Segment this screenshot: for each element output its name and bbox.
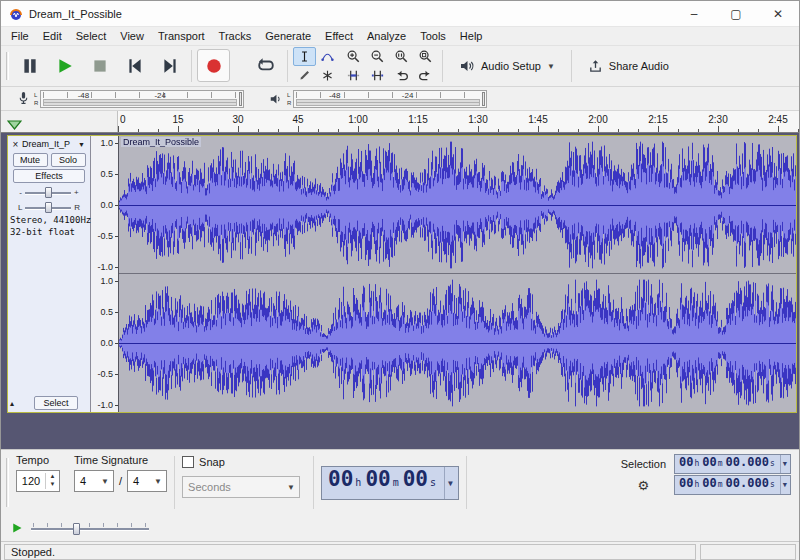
menu-tools[interactable]: Tools bbox=[413, 28, 453, 44]
timesig-lower-select[interactable]: 4 ▼ bbox=[127, 470, 167, 492]
timeline-ruler[interactable]: 01530451:001:151:301:452:002:152:302:45 bbox=[118, 111, 799, 132]
audio-setup-button[interactable]: Audio Setup ▼ bbox=[449, 50, 565, 82]
track-name[interactable]: Dream_It_P bbox=[22, 139, 78, 149]
stop-button[interactable] bbox=[83, 49, 116, 82]
solo-button[interactable]: Solo bbox=[51, 153, 86, 167]
timeline-tick bbox=[598, 126, 599, 132]
select-button[interactable]: Select bbox=[34, 396, 78, 410]
pan-slider[interactable] bbox=[25, 202, 71, 213]
redo-button[interactable] bbox=[413, 66, 437, 85]
share-audio-icon bbox=[588, 59, 603, 74]
audio-position-display[interactable]: 00h 00m 00s ▼ bbox=[321, 466, 459, 500]
minimize-button[interactable]: – bbox=[673, 1, 715, 26]
timeline-tick bbox=[698, 129, 699, 132]
pause-button[interactable] bbox=[13, 49, 46, 82]
timeline-tick bbox=[318, 129, 319, 132]
timeline-tick bbox=[778, 126, 779, 132]
speaker-icon[interactable] bbox=[265, 89, 287, 109]
gain-slider[interactable] bbox=[25, 187, 71, 198]
record-meter[interactable]: LR -48 -24 bbox=[34, 89, 252, 109]
multi-tool-button[interactable] bbox=[316, 66, 339, 85]
envelope-tool-button[interactable] bbox=[316, 47, 339, 66]
audio-track: × Dream_It_P ▼ Mute Solo Effects - + bbox=[7, 135, 797, 413]
timeline-tick bbox=[758, 129, 759, 132]
chevron-down-icon[interactable]: ▼ bbox=[444, 467, 456, 499]
chevron-down-icon[interactable]: ▼ bbox=[780, 455, 789, 473]
menu-generate[interactable]: Generate bbox=[258, 28, 318, 44]
effects-button[interactable]: Effects bbox=[13, 169, 85, 183]
menu-select[interactable]: Select bbox=[69, 28, 114, 44]
snap-checkbox[interactable] bbox=[182, 456, 194, 468]
zoom-toggle-button[interactable] bbox=[413, 47, 437, 66]
selection-settings-button[interactable]: ⚙ bbox=[621, 478, 666, 493]
zoom-selection-button[interactable] bbox=[389, 47, 413, 66]
timesig-upper-select[interactable]: 4 ▼ bbox=[74, 470, 114, 492]
zoom-out-button[interactable] bbox=[365, 47, 389, 66]
timeline-tick bbox=[158, 129, 159, 132]
window-title: Dream_It_Possible bbox=[29, 8, 122, 20]
trim-outside-selection-button[interactable] bbox=[341, 66, 365, 85]
draw-tool-button[interactable] bbox=[293, 66, 316, 85]
scale-label: -1.0 bbox=[97, 262, 113, 272]
vertical-scale-ruler[interactable]: 1.00.50.0-0.5-1.01.00.50.0-0.5-1.0 bbox=[91, 136, 119, 412]
selection-start-field[interactable]: 00h 00m 00.000s ▼ bbox=[674, 454, 791, 474]
tempo-spinner[interactable]: 120 ▲▼ bbox=[16, 470, 60, 492]
menu-transport[interactable]: Transport bbox=[151, 28, 212, 44]
play-button[interactable] bbox=[48, 49, 81, 82]
timeline-tick bbox=[378, 129, 379, 132]
menu-effect[interactable]: Effect bbox=[318, 28, 360, 44]
menu-analyze[interactable]: Analyze bbox=[360, 28, 413, 44]
timeline-tick bbox=[458, 129, 459, 132]
timeline-tick bbox=[518, 129, 519, 132]
zoom-in-button[interactable] bbox=[341, 47, 365, 66]
timeline-tick bbox=[498, 129, 499, 132]
silence-selection-button[interactable] bbox=[365, 66, 389, 85]
mute-button[interactable]: Mute bbox=[13, 153, 48, 167]
menu-edit[interactable]: Edit bbox=[36, 28, 69, 44]
timeline-tick bbox=[638, 129, 639, 132]
menu-tracks[interactable]: Tracks bbox=[212, 28, 259, 44]
track-close-button[interactable]: × bbox=[9, 139, 22, 150]
selection-end-field[interactable]: 00h 00m 00.000s ▼ bbox=[674, 475, 791, 495]
selection-tool-button[interactable] bbox=[293, 47, 316, 66]
waveform-area: Dream_It_Possible bbox=[119, 136, 796, 412]
menu-view[interactable]: View bbox=[113, 28, 151, 44]
track-menu-caret-icon[interactable]: ▼ bbox=[78, 141, 89, 148]
waveform-canvas[interactable] bbox=[119, 136, 796, 412]
timeline-tick bbox=[178, 126, 179, 132]
chevron-down-icon[interactable]: ▼ bbox=[780, 476, 789, 494]
gain-max-label: + bbox=[74, 188, 79, 197]
timeline-tick bbox=[618, 129, 619, 132]
scale-label: 0.0 bbox=[100, 200, 113, 210]
microphone-icon[interactable] bbox=[12, 89, 34, 109]
record-button[interactable] bbox=[197, 49, 230, 82]
playspeed-slider[interactable] bbox=[31, 522, 149, 535]
skip-to-start-button[interactable] bbox=[118, 49, 151, 82]
menu-file[interactable]: File bbox=[4, 28, 36, 44]
timeline-tick bbox=[718, 126, 719, 132]
timeline-tick bbox=[418, 126, 419, 132]
close-button[interactable]: ✕ bbox=[757, 1, 799, 26]
timeline-label: 45 bbox=[292, 114, 303, 125]
timeline-tick bbox=[558, 129, 559, 132]
menu-help[interactable]: Help bbox=[453, 28, 490, 44]
loop-button[interactable] bbox=[249, 49, 282, 82]
edit-toolbar bbox=[341, 48, 437, 84]
pan-right-label: R bbox=[74, 203, 80, 212]
collapse-track-button[interactable]: ▴ bbox=[10, 399, 24, 408]
toolbar-grip[interactable] bbox=[6, 52, 9, 80]
play-at-speed-button[interactable] bbox=[11, 522, 23, 534]
timeline-tick bbox=[218, 129, 219, 132]
undo-button[interactable] bbox=[389, 66, 413, 85]
skip-to-end-button[interactable] bbox=[153, 49, 186, 82]
time-toolbar-grip[interactable] bbox=[6, 458, 9, 507]
spinner-arrows-icon[interactable]: ▲▼ bbox=[45, 473, 59, 489]
playback-meter[interactable]: LR -48 -24 bbox=[287, 89, 495, 109]
maximize-button[interactable]: ▢ bbox=[715, 1, 757, 26]
timeline-label: 1:45 bbox=[528, 114, 547, 125]
share-audio-button[interactable]: Share Audio bbox=[578, 50, 679, 82]
status-aux-cell bbox=[700, 544, 796, 560]
timeline-pin-icon[interactable] bbox=[7, 120, 22, 130]
timeline-label: 2:45 bbox=[768, 114, 787, 125]
snap-mode-select[interactable]: Seconds ▼ bbox=[182, 476, 300, 498]
